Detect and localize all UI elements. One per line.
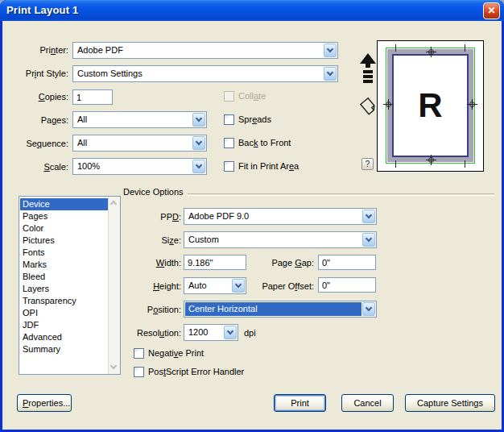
list-item-pictures[interactable]: Pictures	[20, 235, 108, 247]
list-item-summary[interactable]: Summary	[20, 343, 108, 355]
registration-mark-icon	[426, 155, 436, 165]
collate-label: Collate	[238, 91, 266, 101]
height-combobox[interactable]: Auto	[184, 277, 246, 294]
page-gap-label: Page Gap:	[246, 258, 314, 268]
list-item-pages[interactable]: Pages	[20, 210, 108, 222]
list-item-jdf[interactable]: JDF	[20, 319, 108, 331]
chevron-down-icon[interactable]	[362, 302, 375, 316]
list-item-color[interactable]: Color	[20, 222, 108, 235]
sequence-value: All	[74, 136, 192, 150]
scale-combobox[interactable]: 100%	[72, 158, 207, 175]
list-item-marks[interactable]: Marks	[20, 259, 108, 271]
copies-input[interactable]	[72, 89, 113, 105]
size-value: Custom	[185, 233, 361, 247]
fit-in-print-area-checkbox-row[interactable]: Fit in Print Area	[224, 160, 299, 172]
capture-settings-button[interactable]: Capture Settings	[405, 394, 495, 412]
registration-mark-icon	[426, 47, 436, 57]
registration-mark-icon	[383, 99, 394, 110]
sequence-label: Sequence:	[8, 139, 68, 148]
negative-print-checkbox[interactable]	[134, 348, 144, 359]
spreads-checkbox[interactable]	[224, 114, 234, 125]
fit-in-print-area-label: Fit in Print Area	[238, 161, 299, 171]
list-item-transparency[interactable]: Transparency	[20, 295, 108, 307]
print-style-value: Custom Settings	[74, 67, 323, 81]
fit-in-print-area-checkbox[interactable]	[224, 161, 234, 172]
scroll-up-icon[interactable]	[111, 200, 118, 206]
back-to-front-label: Back to Front	[238, 138, 291, 147]
position-value: Center Horizontal	[185, 302, 361, 316]
page-gap-input[interactable]	[318, 255, 376, 270]
printer-combobox[interactable]: Adobe PDF	[72, 42, 338, 59]
cancel-button[interactable]: Cancel	[341, 394, 394, 412]
print-dialog-window: Print Layout 1 ✕ Printer: Adobe PDF Prin…	[0, 0, 504, 432]
preview-page-area: R	[392, 54, 469, 157]
back-to-front-checkbox-row[interactable]: Back to Front	[224, 137, 291, 148]
list-item-advanced[interactable]: Advanced	[20, 331, 108, 343]
postscript-error-handler-checkbox[interactable]	[134, 367, 144, 377]
help-button[interactable]: ?	[361, 158, 374, 170]
list-item-device[interactable]: Device	[20, 198, 108, 210]
ppd-value: Adobe PDF 9.0	[185, 210, 361, 223]
chevron-down-icon[interactable]	[232, 279, 245, 293]
chevron-down-icon[interactable]	[224, 326, 237, 339]
print-preview: R	[377, 40, 484, 172]
spreads-checkbox-row[interactable]: Spreads	[224, 114, 271, 125]
height-label: Height:	[105, 281, 181, 291]
chevron-down-icon[interactable]	[192, 136, 205, 150]
crop-tick-icon	[395, 44, 396, 52]
back-to-front-checkbox[interactable]	[224, 138, 234, 148]
device-options-group-title: Device Options	[123, 187, 184, 197]
printer-label: Printer:	[8, 45, 68, 55]
list-item-fonts[interactable]: Fonts	[20, 247, 108, 259]
postscript-error-handler-checkbox-row[interactable]: PostScript Error Handler	[134, 366, 244, 377]
spreads-label: Spreads	[238, 114, 271, 124]
registration-mark-icon	[467, 99, 477, 110]
window-title: Print Layout 1	[6, 4, 78, 16]
pages-label: Pages:	[8, 115, 68, 125]
print-style-combobox[interactable]: Custom Settings	[72, 65, 338, 82]
sequence-combobox[interactable]: All	[72, 135, 207, 152]
paper-offset-input[interactable]	[318, 277, 376, 293]
properties-button[interactable]: Properties...	[17, 394, 72, 412]
collate-checkbox	[224, 91, 234, 102]
close-icon: ✕	[487, 5, 495, 16]
paper-offset-label: Paper Offset:	[246, 281, 314, 291]
chevron-down-icon[interactable]	[192, 160, 205, 173]
help-icon: ?	[366, 160, 370, 168]
chevron-down-icon[interactable]	[324, 67, 337, 81]
ppd-combobox[interactable]: Adobe PDF 9.0	[184, 208, 377, 225]
close-button[interactable]: ✕	[483, 2, 500, 19]
preview-margin-band: R	[387, 49, 473, 162]
crop-tick-icon	[465, 160, 465, 168]
resolution-combobox[interactable]: 1200	[184, 324, 238, 341]
chevron-down-icon[interactable]	[362, 210, 375, 223]
resolution-unit-label: dpi	[244, 328, 256, 338]
preview-bleed-box: R	[386, 48, 475, 164]
printer-value: Adobe PDF	[74, 44, 323, 57]
list-item-bleed[interactable]: Bleed	[20, 271, 108, 283]
panes-list-items: DevicePagesColorPicturesFontsMarksBleedL…	[20, 197, 108, 373]
preview-orientation-letter: R	[418, 89, 442, 123]
chevron-down-icon[interactable]	[192, 113, 205, 127]
size-label: Size:	[105, 235, 181, 245]
negative-print-checkbox-row[interactable]: Negative Print	[134, 347, 204, 359]
pages-combobox[interactable]: All	[72, 111, 207, 128]
position-combobox[interactable]: Center Horizontal	[184, 301, 377, 318]
chevron-down-icon[interactable]	[362, 233, 375, 247]
height-value: Auto	[185, 279, 231, 293]
feed-direction-up-arrow-icon	[360, 53, 376, 89]
list-item-opi[interactable]: OPI	[20, 307, 108, 319]
copies-label: Copies:	[8, 92, 68, 102]
width-input[interactable]	[184, 255, 246, 270]
scroll-down-icon[interactable]	[111, 364, 118, 371]
title-bar: Print Layout 1 ✕	[0, 0, 504, 21]
print-button[interactable]: Print	[274, 394, 326, 412]
resolution-value: 1200	[185, 326, 223, 339]
size-combobox[interactable]: Custom	[184, 231, 377, 248]
print-style-label: Print Style:	[8, 69, 68, 78]
list-item-layers[interactable]: Layers	[20, 283, 108, 295]
postscript-error-handler-label: PostScript Error Handler	[148, 367, 244, 376]
negative-print-label: Negative Print	[148, 348, 204, 358]
chevron-down-icon[interactable]	[324, 44, 337, 57]
position-label: Position:	[105, 305, 181, 314]
